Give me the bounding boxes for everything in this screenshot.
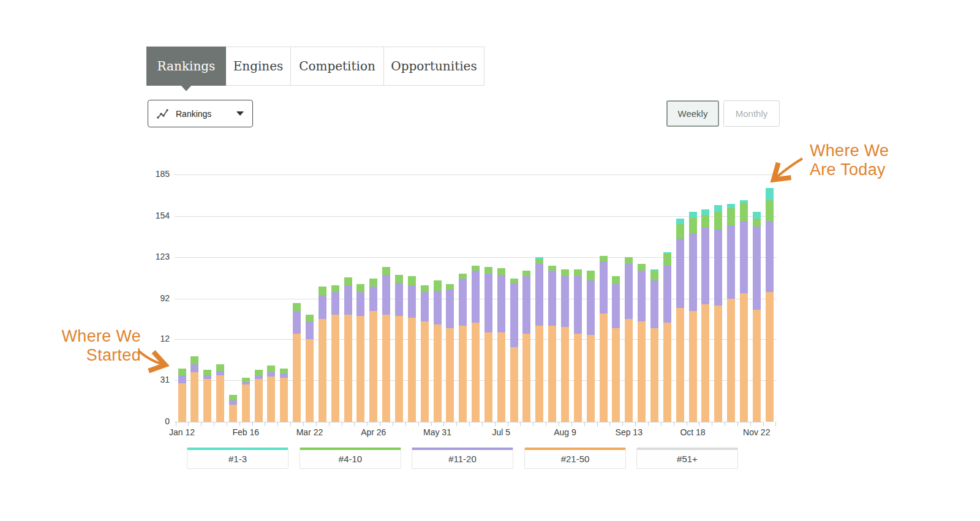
bar-column[interactable] <box>701 209 709 422</box>
bar-column[interactable] <box>753 212 761 422</box>
bar-column[interactable] <box>344 277 352 422</box>
tab-engines[interactable]: Engines <box>225 47 291 86</box>
legend-item-21-50[interactable]: #21-50 <box>524 448 626 469</box>
bar-column[interactable] <box>369 279 377 422</box>
tab-rankings[interactable]: Rankings <box>146 47 226 86</box>
x-axis-tick <box>482 422 483 426</box>
bar-column[interactable] <box>638 264 646 422</box>
bar-column[interactable] <box>267 365 275 422</box>
bar-segment-#11-20 <box>421 292 429 321</box>
weekly-button[interactable]: Weekly <box>666 100 719 127</box>
bar-segment-#11-20 <box>574 276 582 334</box>
bar-column[interactable] <box>740 200 748 422</box>
bar-column[interactable] <box>727 204 735 422</box>
bar-segment-#21-50 <box>344 315 352 422</box>
annotation-line: Where We <box>24 327 141 346</box>
bar-column[interactable] <box>459 274 467 422</box>
bar-column[interactable] <box>650 269 658 422</box>
bar-column[interactable] <box>331 285 339 422</box>
bar-column[interactable] <box>484 267 492 422</box>
bar-segment-#21-50 <box>701 304 709 422</box>
bar-column[interactable] <box>318 287 326 422</box>
tab-competition[interactable]: Competition <box>290 47 384 86</box>
bar-segment-#11-20 <box>190 364 198 372</box>
annotation-where-we-started: Where We Started <box>24 327 141 365</box>
bar-segment-#21-50 <box>395 316 403 422</box>
bar-segment-#21-50 <box>318 319 326 422</box>
bar-segment-#4-10 <box>484 267 492 274</box>
bar-column[interactable] <box>535 257 543 422</box>
bar-segment-#11-20 <box>331 292 339 315</box>
x-axis-label: Apr 26 <box>349 427 398 437</box>
bar-column[interactable] <box>587 271 595 422</box>
x-axis-tick <box>431 422 432 426</box>
y-axis-label: 12 <box>137 334 170 343</box>
bar-segment-#21-50 <box>574 334 582 422</box>
x-axis-tick <box>520 422 521 426</box>
bar-segment-#4-10 <box>356 284 364 292</box>
bar-column[interactable] <box>522 271 530 422</box>
bar-column[interactable] <box>408 276 416 422</box>
bar-segment-#1-3 <box>701 209 709 215</box>
bar-column[interactable] <box>356 284 364 422</box>
legend-item-1-3[interactable]: #1-3 <box>187 448 288 469</box>
arrow-down-left-icon <box>767 154 807 184</box>
bar-column[interactable] <box>548 266 556 422</box>
bar-column[interactable] <box>203 370 211 422</box>
bar-column[interactable] <box>178 369 186 422</box>
legend-item-4-10[interactable]: #4-10 <box>300 448 401 469</box>
bar-column[interactable] <box>714 205 722 422</box>
x-axis-line <box>175 422 763 422</box>
y-axis-label: 31 <box>137 375 170 384</box>
bar-column[interactable] <box>689 212 697 422</box>
bar-segment-#11-20 <box>548 271 556 326</box>
bar-column[interactable] <box>472 266 480 422</box>
x-axis-tick <box>418 422 419 426</box>
bar-segment-#21-50 <box>497 332 505 422</box>
bar-column[interactable] <box>434 280 442 422</box>
bar-column[interactable] <box>395 275 403 422</box>
bar-segment-#11-20 <box>306 321 314 339</box>
bar-column[interactable] <box>280 369 288 422</box>
bar-column[interactable] <box>255 370 263 422</box>
bar-column[interactable] <box>293 303 301 422</box>
annotation-line: Are Today <box>810 160 938 179</box>
bar-segment-#4-10 <box>203 370 211 375</box>
bar-column[interactable] <box>561 269 569 422</box>
tab-label: Rankings <box>157 59 216 73</box>
bar-segment-#4-10 <box>650 271 658 280</box>
bar-column[interactable] <box>421 285 429 422</box>
x-axis-tick <box>571 422 572 426</box>
x-axis-tick <box>584 422 585 426</box>
bar-column[interactable] <box>216 364 224 422</box>
bar-column[interactable] <box>190 356 198 422</box>
bar-column[interactable] <box>446 284 454 422</box>
gridline <box>175 257 777 258</box>
x-axis-label: Nov 22 <box>732 427 781 437</box>
bar-column[interactable] <box>242 378 250 422</box>
bar-segment-#4-10 <box>395 275 403 283</box>
bar-column[interactable] <box>766 188 774 422</box>
bar-column[interactable] <box>663 252 671 422</box>
x-axis-tick <box>687 422 687 426</box>
bar-column[interactable] <box>676 219 684 422</box>
bar-segment-#4-10 <box>306 315 314 321</box>
x-axis-label: May 31 <box>413 427 462 437</box>
legend-item-11-20[interactable]: #11-20 <box>412 448 513 469</box>
gridline <box>175 216 777 217</box>
tab-opportunities[interactable]: Opportunities <box>383 47 484 86</box>
bar-column[interactable] <box>306 315 314 422</box>
bar-column[interactable] <box>229 395 237 422</box>
bar-column[interactable] <box>382 267 390 422</box>
chart-type-select[interactable]: Rankings <box>148 100 253 127</box>
x-axis-tick <box>622 422 623 426</box>
legend-item-51[interactable]: #51+ <box>636 448 738 469</box>
x-axis-tick <box>342 422 342 426</box>
monthly-button[interactable]: Monthly <box>723 100 780 127</box>
bar-column[interactable] <box>612 276 620 422</box>
bar-column[interactable] <box>600 256 608 422</box>
bar-column[interactable] <box>574 269 582 422</box>
bar-column[interactable] <box>497 268 505 422</box>
bar-column[interactable] <box>625 257 633 422</box>
bar-column[interactable] <box>510 279 518 422</box>
